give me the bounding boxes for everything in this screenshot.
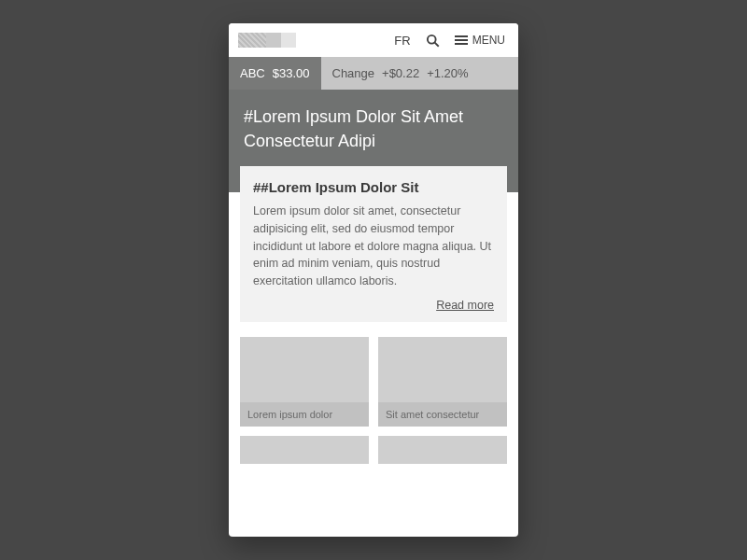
read-more-link[interactable]: Read more	[436, 299, 494, 312]
feature-card: ##Lorem Ipsum Dolor Sit Lorem ipsum dolo…	[240, 166, 507, 322]
ticker-change-pct: +1.20%	[427, 66, 468, 80]
top-bar: FR MENU	[229, 23, 518, 57]
card-title: ##Lorem Ipsum Dolor Sit	[253, 179, 494, 195]
card-body: Lorem ipsum dolor sit amet, consectetur …	[253, 203, 494, 290]
ticker-symbol: ABC	[240, 66, 265, 80]
svg-line-1	[434, 42, 438, 46]
language-toggle[interactable]: FR	[394, 34, 410, 48]
tile-caption: Sit amet consectetur	[378, 402, 507, 427]
ticker-change: Change +$0.22 +1.20%	[321, 57, 519, 90]
content-tile[interactable]: Sit amet consectetur	[378, 337, 507, 427]
ticker-price: ABC $33.00	[229, 57, 321, 90]
menu-label: MENU	[472, 34, 505, 47]
stock-ticker: ABC $33.00 Change +$0.22 +1.20%	[229, 57, 518, 90]
content-tile[interactable]: Lorem ipsum dolor	[240, 337, 369, 427]
ticker-price-value: $33.00	[273, 66, 310, 80]
tile-grid: Lorem ipsum dolor Sit amet consectetur	[229, 322, 518, 427]
hamburger-icon	[455, 35, 468, 45]
tile-caption: Lorem ipsum dolor	[240, 402, 369, 427]
content-tile[interactable]	[378, 436, 507, 464]
ticker-change-value: +$0.22	[382, 66, 419, 80]
content-tile[interactable]	[240, 436, 369, 464]
top-actions: FR MENU	[394, 34, 505, 48]
mobile-frame: FR MENU ABC $33.00 Change +$0.22 +1.20% …	[229, 23, 518, 537]
search-icon[interactable]	[426, 34, 440, 48]
ticker-change-label: Change	[332, 66, 375, 80]
hero-headline: #Lorem Ipsum Dolor Sit Amet Consectetur …	[244, 105, 503, 153]
logo[interactable]	[238, 33, 296, 48]
svg-point-0	[428, 35, 436, 43]
tile-grid-row2	[229, 427, 518, 464]
menu-button[interactable]: MENU	[455, 34, 505, 47]
